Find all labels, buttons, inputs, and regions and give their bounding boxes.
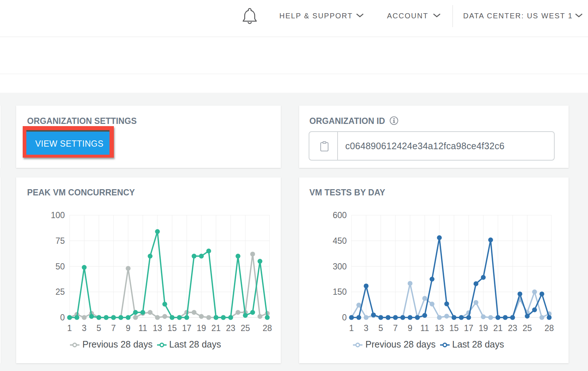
svg-text:3: 3	[82, 323, 87, 333]
svg-text:15: 15	[449, 323, 459, 333]
svg-text:23: 23	[508, 323, 517, 333]
svg-text:Previous 28 days: Previous 28 days	[82, 339, 153, 349]
svg-text:150: 150	[333, 287, 347, 297]
svg-text:11: 11	[138, 323, 147, 333]
svg-text:28: 28	[263, 323, 272, 333]
svg-text:1: 1	[67, 323, 72, 333]
svg-text:23: 23	[226, 323, 235, 333]
svg-text:9: 9	[408, 323, 413, 333]
svg-text:21: 21	[211, 323, 221, 333]
svg-text:1: 1	[349, 323, 354, 333]
svg-text:Previous 28 days: Previous 28 days	[365, 339, 436, 349]
svg-text:3: 3	[364, 323, 369, 333]
svg-text:17: 17	[182, 323, 191, 333]
svg-text:7: 7	[393, 323, 398, 333]
svg-text:100: 100	[51, 210, 65, 220]
svg-text:21: 21	[493, 323, 503, 333]
svg-text:7: 7	[111, 323, 116, 333]
svg-text:5: 5	[97, 323, 101, 333]
svg-text:17: 17	[464, 323, 473, 333]
svg-text:15: 15	[167, 323, 177, 333]
svg-text:600: 600	[333, 210, 347, 220]
svg-text:28: 28	[544, 323, 554, 333]
svg-text:300: 300	[333, 262, 347, 271]
svg-text:25: 25	[241, 323, 250, 333]
svg-text:75: 75	[55, 236, 65, 246]
svg-text:0: 0	[60, 313, 65, 322]
svg-text:50: 50	[55, 262, 65, 271]
svg-text:25: 25	[522, 323, 532, 333]
svg-text:Last 28 days: Last 28 days	[452, 339, 504, 349]
svg-text:13: 13	[153, 323, 162, 333]
svg-text:450: 450	[333, 236, 347, 246]
svg-text:13: 13	[435, 323, 444, 333]
svg-text:11: 11	[420, 323, 429, 333]
svg-text:5: 5	[379, 323, 383, 333]
svg-text:19: 19	[479, 323, 488, 333]
svg-text:19: 19	[197, 323, 206, 333]
svg-text:9: 9	[126, 323, 131, 333]
svg-text:25: 25	[55, 287, 65, 297]
svg-text:0: 0	[342, 313, 347, 322]
svg-text:Last 28 days: Last 28 days	[169, 339, 221, 349]
